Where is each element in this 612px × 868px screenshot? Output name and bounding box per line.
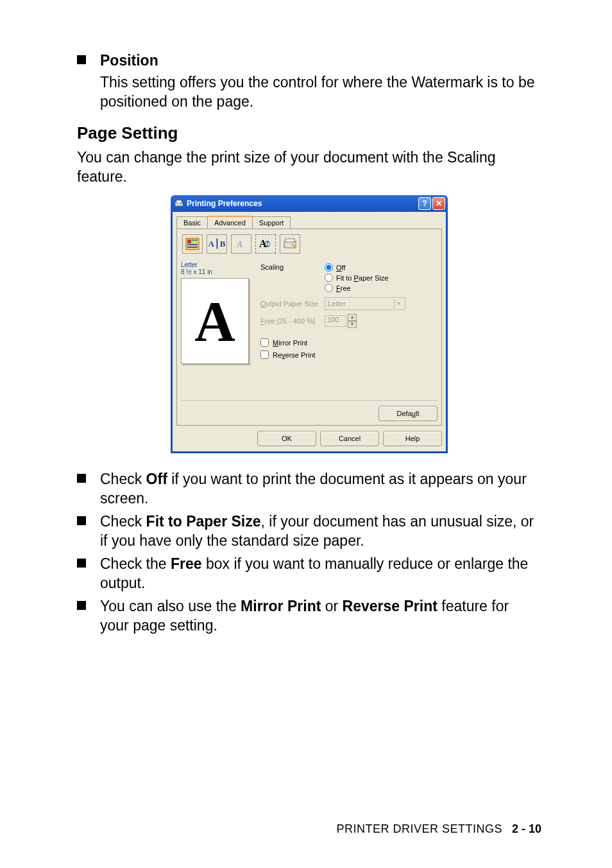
preview-page: A	[181, 278, 249, 364]
svg-rect-11	[285, 239, 294, 242]
bullet-icon	[77, 601, 86, 610]
ok-button[interactable]: OK	[257, 431, 316, 446]
radio-free-label: Free	[336, 284, 351, 292]
tab-support[interactable]: Support	[252, 216, 291, 229]
output-size-label: Output Paper Size	[260, 300, 325, 308]
page-setting-intro: You can change the print size of your do…	[77, 148, 541, 187]
bullet-free: Check the Free box if you want to manual…	[100, 555, 541, 593]
dialog-screenshot: Printing Preferences ? ✕ Basic Advanced …	[77, 195, 541, 453]
check-reverse-label: Reverse Print	[273, 351, 316, 359]
svg-rect-7	[187, 247, 198, 248]
svg-point-2	[181, 203, 182, 204]
spin-down-icon: ▼	[348, 321, 357, 328]
printer-icon	[174, 199, 183, 208]
tab-strip: Basic Advanced Support	[176, 214, 442, 229]
toolbar-btn-1[interactable]	[182, 234, 203, 254]
toolbar-btn-2[interactable]: A⎮B	[207, 234, 227, 254]
tab-advanced[interactable]: Advanced	[207, 216, 253, 229]
footer-page: 2 - 10	[512, 822, 541, 835]
tab-basic[interactable]: Basic	[176, 216, 208, 229]
preview-paper-name: Letter	[181, 261, 255, 268]
radio-free[interactable]: Free	[325, 284, 388, 292]
chevron-down-icon	[394, 299, 404, 308]
default-button[interactable]: Default	[378, 406, 438, 421]
svg-text:A: A	[259, 238, 267, 249]
svg-point-12	[294, 246, 296, 248]
help-button[interactable]: Help	[383, 431, 442, 446]
bullet-icon	[77, 516, 86, 525]
bullet-icon	[77, 474, 86, 483]
radio-fit-input[interactable]	[325, 273, 333, 282]
dialog-title: Printing Preferences	[187, 199, 418, 208]
toolbar-btn-3[interactable]: A	[231, 234, 251, 254]
bullet-fit: Check Fit to Paper Size, if your documen…	[100, 512, 541, 551]
spin-up-icon: ▲	[348, 314, 357, 321]
dialog-titlebar: Printing Preferences ? ✕	[171, 195, 448, 212]
bullet-off: Check Off if you want to print the docum…	[100, 470, 541, 508]
spin-buttons: ▲ ▼	[348, 314, 357, 328]
toolbar-btn-5[interactable]	[280, 234, 300, 254]
check-reverse-input[interactable]	[260, 351, 269, 359]
svg-text:A: A	[236, 239, 242, 249]
free-pct-value: 100	[325, 315, 346, 327]
output-size-value: Letter	[328, 300, 346, 308]
svg-rect-1	[176, 200, 182, 203]
bullet-mirror-reverse: You can also use the Mirror Print or Rev…	[100, 597, 541, 636]
radio-off-label: Off	[336, 264, 345, 272]
radio-off[interactable]: Off	[325, 263, 388, 272]
output-size-combo: Letter	[325, 297, 405, 310]
bullet-icon	[77, 559, 86, 568]
titlebar-close-button[interactable]: ✕	[432, 197, 445, 210]
page-footer: PRINTER DRIVER SETTINGS 2 - 10	[336, 822, 541, 836]
check-reverse[interactable]: Reverse Print	[260, 351, 438, 359]
svg-rect-6	[187, 244, 198, 245]
check-mirror[interactable]: Mirror Print	[260, 338, 438, 347]
svg-rect-5	[192, 239, 198, 241]
footer-title: PRINTER DRIVER SETTINGS	[336, 822, 502, 835]
titlebar-help-button[interactable]: ?	[418, 197, 431, 210]
svg-rect-4	[187, 239, 191, 243]
check-mirror-label: Mirror Print	[273, 339, 307, 347]
radio-off-input[interactable]	[325, 263, 333, 272]
scaling-label: Scaling	[260, 263, 325, 271]
page-setting-heading: Page Setting	[77, 123, 541, 143]
bullet-icon	[77, 55, 86, 64]
radio-fit[interactable]: Fit to Paper Size	[325, 273, 388, 282]
preview-paper-size: 8 ½ x 11 in	[181, 268, 255, 275]
position-title: Position	[100, 51, 158, 71]
free-pct-label: Free [25 - 400 %]	[260, 317, 325, 325]
radio-free-input[interactable]	[325, 284, 333, 292]
toolbar-btn-4-selected[interactable]: A	[255, 234, 276, 254]
radio-fit-label: Fit to Paper Size	[336, 274, 388, 282]
cancel-button[interactable]: Cancel	[320, 431, 379, 446]
check-mirror-input[interactable]	[260, 338, 269, 347]
position-desc: This setting offers you the control for …	[100, 73, 541, 112]
